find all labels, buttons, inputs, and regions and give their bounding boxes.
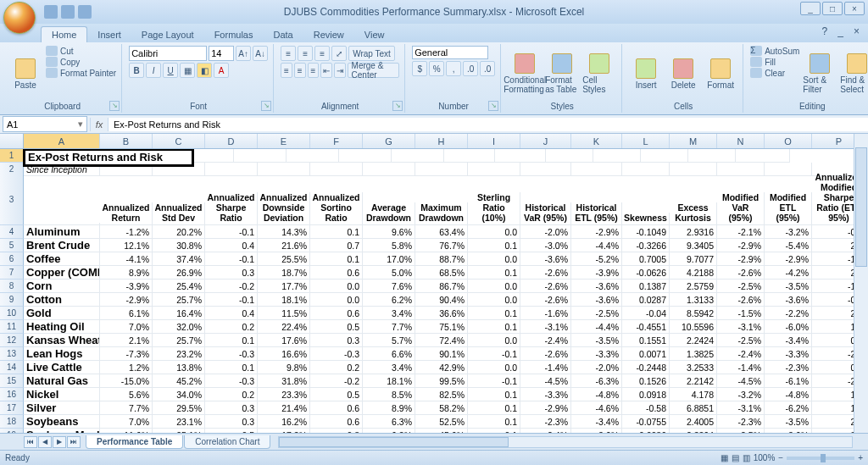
cell[interactable]: 6.3% [363,415,415,429]
cell[interactable]: 0.2 [205,388,258,401]
cell[interactable]: -3.6% [765,293,812,307]
cell[interactable]: 25.7% [153,334,205,347]
cell[interactable]: -0.1 [468,374,520,388]
formula-input[interactable] [108,118,868,131]
cell[interactable]: 20.2% [153,225,205,239]
cell[interactable]: -2.6% [520,293,571,307]
cell[interactable]: 0.1 [205,361,258,374]
cell[interactable]: 31.8% [258,374,310,388]
cell[interactable]: 0.6 [310,415,363,429]
cell[interactable]: 1.3825 [670,347,717,361]
border-button[interactable]: ▦ [180,63,195,78]
cut-button[interactable]: Cut [46,46,116,56]
sort-filter-button[interactable]: Sort & Filter [803,46,837,102]
cell[interactable]: 0.0 [468,280,520,293]
cell[interactable]: 32.0% [153,320,205,334]
cell[interactable]: 23.3% [258,388,310,401]
cell[interactable] [622,163,670,176]
cell[interactable]: -3.5% [765,280,812,293]
cell[interactable]: -5.4% [765,239,812,252]
cell[interactable]: -0.2 [205,280,258,293]
cell[interactable] [339,149,392,163]
row-header-9[interactable]: 9 [0,293,24,307]
cell[interactable]: 16.4% [153,307,205,320]
cell[interactable]: -2.3% [717,415,765,429]
cell[interactable]: 0.5 [310,320,363,334]
cell[interactable]: 9.3405 [670,239,717,252]
cell[interactable]: -3.5% [765,415,812,429]
row-header-5[interactable]: 5 [0,239,24,252]
font-size-select[interactable] [209,46,234,61]
cell[interactable]: 0.0 [468,293,520,307]
wrap-text-button[interactable]: Wrap Text [348,46,395,61]
cell[interactable]: Historical VaR (95%) [520,202,571,225]
alignment-dialog-launcher[interactable]: ↘ [392,101,403,111]
column-header-B[interactable]: B [100,134,153,148]
decrease-indent-icon[interactable]: ⇤ [320,63,332,78]
cell[interactable]: -3.6% [571,280,622,293]
cell[interactable]: -3.2% [717,388,765,401]
zoom-slider[interactable] [787,457,854,460]
cell[interactable]: 13.8% [153,361,205,374]
cell[interactable]: -15.0% [100,374,153,388]
cell[interactable]: Historical ETL (95%) [571,202,622,225]
align-center-icon[interactable]: ≡ [294,63,306,78]
row-header-18[interactable]: 18 [0,415,24,429]
orientation-icon[interactable]: ⤢ [331,46,347,61]
cell[interactable] [641,149,688,163]
cell[interactable]: 0.0 [468,225,520,239]
cell[interactable]: 88.7% [415,252,468,266]
cell[interactable]: -3.4% [571,415,622,429]
font-name-select[interactable] [129,46,207,61]
cell[interactable]: 12.1% [100,239,153,252]
maximize-button[interactable]: □ [822,2,843,15]
fill-button[interactable]: Fill [750,57,799,67]
row-header-13[interactable]: 13 [0,347,24,361]
cell[interactable]: 63.4% [415,225,468,239]
cell[interactable]: 3.2533 [670,361,717,374]
cell[interactable]: Skewness [622,213,670,225]
paste-button[interactable]: Paste [8,46,42,102]
cell[interactable]: 0.4 [205,239,258,252]
cell[interactable]: 2.1% [100,334,153,347]
ribbon-minimize-icon[interactable]: _ [834,25,847,37]
qat-save-icon[interactable] [44,5,58,19]
cell[interactable]: Annualized Return [100,202,153,225]
cell[interactable]: 11.5% [258,307,310,320]
cell[interactable]: -3.3% [571,347,622,361]
cell[interactable] [736,149,790,163]
cell[interactable] [444,149,495,163]
cell[interactable]: 72.4% [415,334,468,347]
cell[interactable]: -3.1% [717,320,765,334]
cell[interactable]: -0.04 [622,307,670,320]
cell[interactable]: -4.5% [717,374,765,388]
row-header-17[interactable]: 17 [0,401,24,415]
cell[interactable]: 0.0 [468,334,520,347]
cell[interactable]: 7.0% [100,320,153,334]
column-header-K[interactable]: K [571,134,622,148]
cell[interactable]: Nickel [24,388,100,401]
column-header-G[interactable]: G [363,134,415,148]
tab-page-layout[interactable]: Page Layout [131,27,204,42]
cell[interactable]: 17.0% [363,252,415,266]
cell[interactable]: -0.1 [205,252,258,266]
cell[interactable]: 37.4% [153,252,205,266]
cell[interactable]: -1.5% [717,307,765,320]
cell[interactable]: 6.6% [363,347,415,361]
cell[interactable]: -2.6% [717,293,765,307]
comma-icon[interactable]: , [446,61,461,76]
cell[interactable] [205,163,258,176]
cell[interactable]: 18.1% [363,374,415,388]
format-as-table-button[interactable]: Format as Table [545,46,579,102]
cell[interactable]: 0.0071 [622,347,670,361]
cell[interactable]: 0.1 [468,415,520,429]
cell[interactable]: 6.2% [363,293,415,307]
cell[interactable]: -7.3% [100,347,153,361]
cell[interactable]: Soybeans [24,415,100,429]
cell[interactable]: 0.7005 [622,252,670,266]
cell[interactable]: Kansas Wheat [24,334,100,347]
cell[interactable]: 3.4% [363,361,415,374]
cell[interactable]: 8.5942 [670,307,717,320]
cell[interactable]: 4.2188 [670,266,717,280]
cell[interactable]: 42.9% [415,361,468,374]
